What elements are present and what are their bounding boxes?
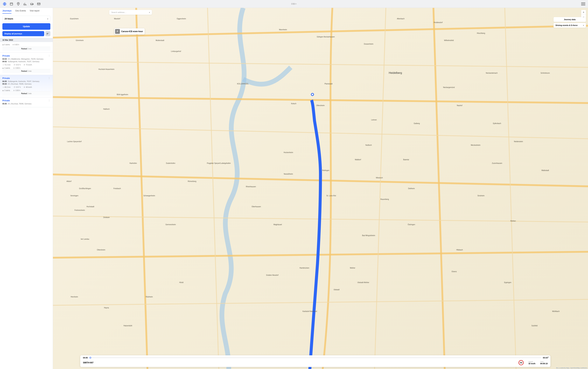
city-label: Wiesloch <box>376 177 383 179</box>
city-label: Hoddesdorf <box>434 21 443 23</box>
city-label: Schönbrunn <box>540 72 550 74</box>
city-label: KOLLERINSEL <box>237 83 249 84</box>
kebab-icon[interactable]: ⋮ <box>48 77 50 80</box>
sidebar: Journeys Geo Events Visit report 24 hour… <box>0 8 53 369</box>
city-label: Meckesheim <box>471 144 480 146</box>
city-label: Freimersheim <box>74 209 85 211</box>
chart-icon[interactable] <box>23 2 27 6</box>
city-label: Ubstadt <box>334 288 339 290</box>
city-label: Venningen <box>70 195 78 197</box>
city-label: Sulzfeld <box>531 325 538 327</box>
city-label: Rülzheim <box>146 296 153 298</box>
city-label: Ottersheim <box>97 249 105 251</box>
city-label: Edingen-Neckarhausen <box>317 36 335 38</box>
journey-card[interactable]: Private ⋮ 05:05A 5, Bruchsal, 76646, Ger… <box>0 97 53 107</box>
journey-title: Private <box>2 99 10 102</box>
city-label: St. Leon-Rot <box>327 195 336 197</box>
route-endpoint-icon <box>311 93 314 96</box>
city-label: Haßloch <box>103 108 110 110</box>
city-label: Hatzenbühl <box>123 325 132 327</box>
city-label: Germersheim <box>165 224 176 226</box>
zoom-in-button[interactable]: + <box>581 10 586 15</box>
calendar-icon[interactable] <box>10 2 13 6</box>
brand-label: OBI+ <box>291 3 297 5</box>
city-label: Hayna <box>104 307 109 308</box>
city-label: Zeiskam <box>103 216 110 218</box>
city-label: Karlsdorf-Neuthard <box>303 310 317 312</box>
city-label: Oberhausen <box>251 205 261 207</box>
city-label: Hochstadt <box>87 205 94 207</box>
map-pin-icon[interactable] <box>16 2 20 6</box>
city-label: Sinsheim <box>478 195 485 197</box>
time-value: 04:06:10 <box>540 362 548 365</box>
city-label: Nußloch <box>365 144 372 146</box>
playback-panel: 04:05 05:03 ✕ SMITH-007 50 Speed 32 km/h… <box>80 355 550 367</box>
time-range-select[interactable]: 24 hours ▾ <box>2 16 50 22</box>
journey-card[interactable]: Private ⋮ 03:04A 5, Waldbrücke, Weingart… <box>0 53 53 75</box>
city-label: Hirschberg <box>477 32 485 34</box>
city-label: Walldorf <box>355 159 361 160</box>
map-attribution: flet | LocationIQ Maps, OpenStreetMap co… <box>556 367 587 369</box>
city-label: Bad Mingolsheim <box>362 234 375 236</box>
timeline-start: 04:05 <box>83 357 88 359</box>
svg-rect-1 <box>10 3 13 5</box>
map-marker-popup[interactable]: P Caruso-ICE-even-hour <box>114 28 145 34</box>
city-label: Reilingen <box>322 169 329 171</box>
display-all-button[interactable]: Display all journeys <box>2 31 44 36</box>
city-label: Flugplatz Speyer/Ludwigshafen <box>207 162 231 164</box>
city-label: Dudenhofen <box>166 162 175 164</box>
journey-title: Private <box>2 77 10 80</box>
city-label: Reihen <box>510 220 516 222</box>
city-label: Großfischlingen <box>79 188 91 189</box>
city-label: Neulußheim <box>284 173 293 175</box>
speed-value: 32 km/h <box>528 362 535 365</box>
kebab-icon[interactable]: ⋮ <box>48 99 50 102</box>
city-label: Gaiberg <box>414 123 420 124</box>
close-icon[interactable]: ✕ <box>547 356 549 359</box>
journey-card-selected[interactable]: Private ⋮ 04:05Südtangente, Karlsruhe, 7… <box>0 75 53 97</box>
speed-label: Speed <box>528 361 535 362</box>
city-label: Herxheim <box>71 296 78 298</box>
vehicle-icon[interactable] <box>30 2 34 6</box>
city-label: Altenbach <box>397 18 404 20</box>
city-label: Epfenbach <box>493 123 501 124</box>
city-label: Hambrücken <box>300 267 309 269</box>
city-label: Gönnheim <box>76 40 84 41</box>
update-button[interactable]: Update <box>2 23 50 30</box>
city-label: Weiher <box>350 267 355 269</box>
city-label: Maxdorf <box>114 18 120 20</box>
city-label: Hockenheim <box>284 151 293 153</box>
kebab-icon[interactable]: ⋮ <box>48 54 50 57</box>
city-label: Ketsch <box>291 103 296 104</box>
topbar: OBI+ <box>0 0 588 8</box>
speed-stat: ⟳ 75 km/h <box>24 64 32 66</box>
city-label: Mutterstadt <box>156 40 164 41</box>
city-label: Hanhofen <box>130 162 137 164</box>
mail-icon[interactable] <box>37 2 41 6</box>
globe-icon[interactable] <box>3 2 7 6</box>
city-label: Ubstadt-Weiher <box>357 281 369 283</box>
list-sort-icon[interactable] <box>45 31 50 36</box>
city-label: Rauenberg <box>380 198 389 200</box>
city-label: Rheinhausen <box>246 186 256 188</box>
city-label: Römerberg <box>188 180 196 182</box>
svg-point-2 <box>18 3 19 4</box>
idle-stat: ⏸ 0:00 h <box>13 67 20 69</box>
tab-journeys[interactable]: Journeys <box>2 10 11 14</box>
city-label: Hördt <box>179 281 183 283</box>
search-address-input[interactable]: Search address… ▾ <box>109 10 152 15</box>
tab-geo-events[interactable]: Geo Events <box>15 10 26 14</box>
map[interactable]: Heidelberg Mannheim Walldorf Wiesloch Ho… <box>53 8 588 369</box>
journey-data-panel[interactable]: Journey data <box>554 17 586 22</box>
city-label: Elsenz <box>452 271 457 272</box>
alerts-stat: ◈ 0 alerts <box>2 67 10 69</box>
city-label: Böhl-Iggelheim <box>117 94 128 95</box>
tab-visit-report[interactable]: Visit report <box>30 10 40 14</box>
menu-icon[interactable] <box>581 2 585 5</box>
distance-stat: ⇢ 72.2 km <box>2 64 10 66</box>
city-label: Nauhof <box>457 104 462 106</box>
driving-events-panel[interactable]: Driving events & G-force ▾ <box>554 23 586 28</box>
timeline-slider[interactable] <box>90 358 541 358</box>
city-label: Eppingen <box>504 281 511 283</box>
date-header: 10 Mar 2022 <box>0 38 53 42</box>
